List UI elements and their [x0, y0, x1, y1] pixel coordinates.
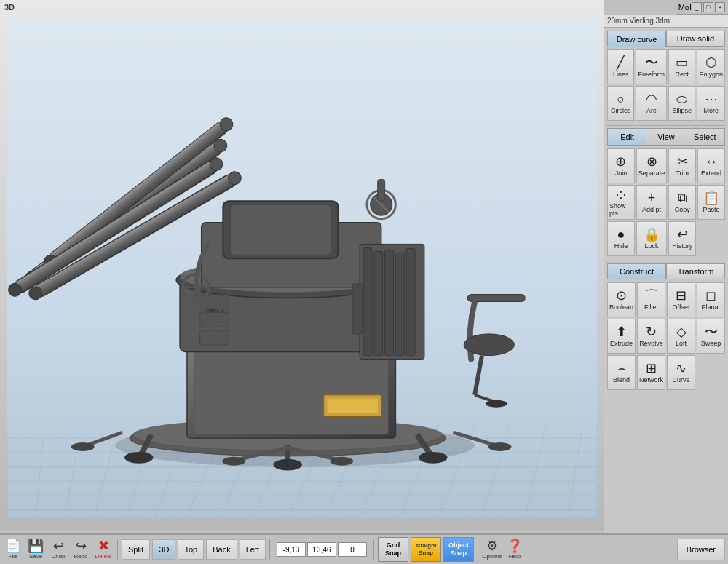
grid-snap-label: GridSnap — [385, 541, 401, 557]
file-btn[interactable]: 📄 File — [3, 536, 23, 563]
title-bar: MoI _ □ × — [676, 0, 728, 15]
draw-curve-arc-btn[interactable]: ◠Arc — [636, 86, 667, 121]
svg-rect-82 — [200, 330, 229, 345]
left-view-btn[interactable]: Left — [240, 539, 266, 560]
top-view-btn[interactable]: Top — [178, 539, 204, 560]
options-label: Options — [482, 553, 502, 560]
extend-label: Extend — [701, 170, 721, 177]
edit-paste-btn[interactable]: 📋Paste — [697, 185, 725, 220]
construct-loft-btn[interactable]: ◇Loft — [667, 319, 695, 354]
arc-label: Arc — [646, 107, 657, 114]
edit-copy-btn[interactable]: ⧉Copy — [668, 185, 696, 220]
draw-tab-group: Draw curve Draw solid — [607, 31, 725, 47]
svg-point-29 — [124, 452, 154, 464]
separate-icon: ⊗ — [646, 155, 657, 168]
subtitle-bar: 20mm Vierling.3dm — [604, 15, 728, 28]
delete-btn[interactable]: ✖ Delete — [93, 536, 114, 563]
svg-point-33 — [273, 459, 302, 471]
edit-join-btn[interactable]: ⊕Join — [607, 148, 635, 183]
offset-label: Offset — [673, 303, 690, 311]
3d-view-btn[interactable]: 3D — [152, 539, 175, 560]
polygon-icon: ⬡ — [705, 56, 717, 69]
back-view-btn[interactable]: Back — [206, 539, 237, 560]
polygon-label: Polygon — [699, 71, 723, 78]
undo-btn[interactable]: ↩ Undo — [48, 536, 68, 563]
straight-snap-btn[interactable]: straightSnap — [411, 537, 441, 562]
edit-hide-btn[interactable]: ●Hide — [607, 221, 635, 256]
undo-label: Undo — [51, 553, 65, 560]
draw-curve-more-btn[interactable]: ⋯More — [697, 86, 725, 121]
redo-btn[interactable]: ↪ Redo — [71, 536, 91, 563]
construct-curve-btn[interactable]: ∿Curve — [667, 355, 695, 390]
view-tab[interactable]: View — [646, 129, 685, 145]
separator-4 — [478, 539, 478, 560]
svg-point-35 — [71, 442, 95, 451]
separate-label: Separate — [638, 170, 665, 177]
fillet-label: Fillet — [644, 303, 658, 311]
edit-separate-btn[interactable]: ⊗Separate — [636, 148, 668, 183]
extrude-icon: ⬆ — [616, 325, 627, 338]
object-snap-label: ObjectSnap — [448, 541, 469, 557]
transform-tab[interactable]: Transform — [666, 263, 725, 279]
split-btn[interactable]: Split — [122, 539, 150, 560]
edit-tab[interactable]: Edit — [608, 129, 646, 145]
help-btn[interactable]: ❓ Help — [505, 536, 525, 563]
construct-offset-btn[interactable]: ⊟Offset — [667, 282, 695, 317]
minimize-btn[interactable]: _ — [692, 2, 702, 12]
object-snap-btn[interactable]: ObjectSnap — [443, 537, 474, 562]
draw-curve-tab[interactable]: Draw curve — [607, 31, 666, 47]
revolve-label: Revolve — [639, 340, 663, 347]
draw-curve-freeform-btn[interactable]: 〜Freeform — [636, 49, 667, 84]
construct-blend-btn[interactable]: ⌢Blend — [607, 355, 636, 390]
lock-label: Lock — [645, 242, 659, 250]
redo-label: Redo — [74, 553, 87, 560]
draw-solid-tab[interactable]: Draw solid — [666, 31, 725, 47]
loft-label: Loft — [676, 340, 687, 347]
hide-label: Hide — [614, 242, 628, 250]
edit-trim-btn[interactable]: ✂Trim — [668, 148, 696, 183]
save-icon: 💾 — [28, 539, 44, 552]
draw-curve-ellipse-btn[interactable]: ⬭Ellipse — [668, 86, 695, 121]
construct-network-btn[interactable]: ⊞Network — [637, 355, 665, 390]
select-tab[interactable]: Select — [686, 129, 724, 145]
copy-icon: ⧉ — [678, 191, 687, 204]
draw-curve-rect-btn[interactable]: ▭Rect — [668, 49, 695, 84]
construct-extrude-btn[interactable]: ⬆Extrude — [607, 319, 636, 354]
options-btn[interactable]: ⚙ Options — [482, 536, 502, 563]
planar-icon: ◻ — [705, 289, 716, 302]
paste-icon: 📋 — [703, 191, 719, 204]
boolean-label: Boolean — [609, 303, 633, 311]
draw-curve-circles-btn[interactable]: ○Circles — [607, 86, 634, 121]
join-label: Join — [615, 170, 628, 177]
browser-btn[interactable]: Browser — [677, 539, 725, 560]
construct-revolve-btn[interactable]: ↻Revolve — [637, 319, 665, 354]
coord-y[interactable]: 13,46 — [307, 542, 336, 557]
coord-x[interactable]: -9,13 — [277, 542, 306, 557]
viewport-3d[interactable]: 3D — [0, 0, 604, 531]
rect-label: Rect — [675, 71, 689, 78]
edit-add_pt-btn[interactable]: +Add pt — [636, 185, 668, 220]
close-btn[interactable]: × — [715, 2, 725, 12]
grid-snap-btn[interactable]: GridSnap — [378, 537, 408, 562]
construct-sweep-btn[interactable]: 〜Sweep — [697, 319, 725, 354]
draw-curve-lines-btn[interactable]: ╱Lines — [607, 49, 634, 84]
construct-tab-group: Construct Transform — [607, 263, 725, 279]
fillet-icon: ⌒ — [645, 289, 658, 302]
lines-icon: ╱ — [617, 56, 625, 69]
save-btn[interactable]: 💾 Save — [25, 536, 46, 563]
edit-lock-btn[interactable]: 🔒Lock — [636, 221, 668, 256]
save-label: Save — [29, 553, 42, 560]
draw-curve-polygon-btn[interactable]: ⬡Polygon — [697, 49, 725, 84]
construct-boolean-btn[interactable]: ⊙Boolean — [607, 282, 636, 317]
svg-rect-51 — [385, 250, 394, 355]
edit-show_pts-btn[interactable]: ·:·Show pts — [607, 185, 635, 220]
construct-tab[interactable]: Construct — [607, 263, 666, 279]
edit-extend-btn[interactable]: ↔Extend — [697, 148, 725, 183]
coord-z[interactable]: 0 — [338, 542, 367, 557]
planar-label: Planar — [702, 303, 721, 311]
construct-fillet-btn[interactable]: ⌒Fillet — [637, 282, 665, 317]
right-panel: Draw curve Draw solid ╱Lines〜Freeform▭Re… — [604, 28, 728, 535]
construct-planar-btn[interactable]: ◻Planar — [697, 282, 725, 317]
maximize-btn[interactable]: □ — [703, 2, 713, 12]
edit-history-btn[interactable]: ↩History — [668, 221, 696, 256]
